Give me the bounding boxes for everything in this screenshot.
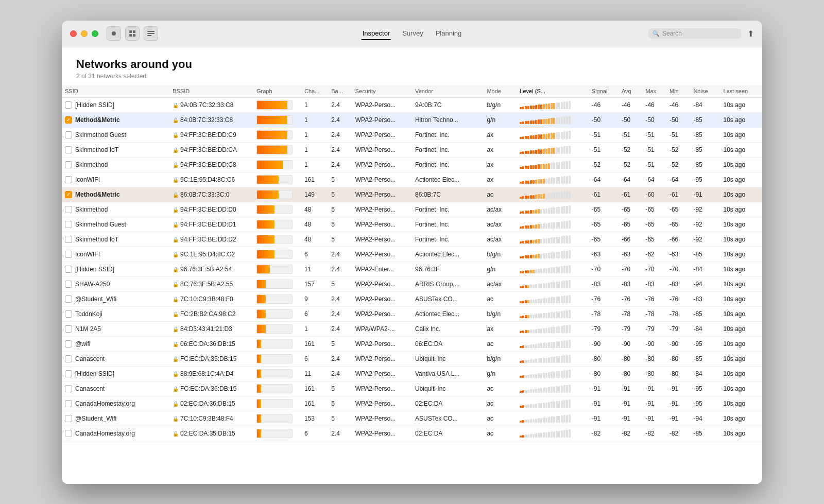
- noise-cell: -85: [690, 247, 720, 262]
- networks-table-container[interactable]: SSID BSSID Graph Cha... Ba... Security V…: [62, 85, 762, 484]
- channel-cell: 9: [301, 291, 328, 306]
- ssid-label: Skinmethod Guest: [75, 221, 126, 228]
- lock-icon: 🔒: [173, 162, 180, 168]
- minimize-button[interactable]: [81, 30, 88, 37]
- table-row[interactable]: Skinmethod IoT🔒 94:FF:3C:BE:DD:CA12.4WPA…: [62, 142, 762, 157]
- row-checkbox[interactable]: [65, 101, 72, 109]
- ssid-label: Skinmethod: [75, 206, 108, 213]
- vendor-cell: Actiontec Elec...: [412, 247, 484, 262]
- vendor-cell: ASUSTek CO...: [412, 411, 484, 426]
- row-checkbox[interactable]: [65, 236, 72, 243]
- table-row[interactable]: CanadaHomestay.org🔒 02:EC:DA:36:DB:15161…: [62, 396, 762, 411]
- row-checkbox[interactable]: [65, 116, 72, 124]
- row-checkbox[interactable]: [65, 400, 72, 407]
- col-header-bssid[interactable]: BSSID: [169, 85, 253, 98]
- ssid-label: Canascent: [75, 355, 105, 362]
- level-cell: [517, 247, 588, 262]
- scan-button[interactable]: [144, 26, 158, 41]
- close-button[interactable]: [70, 30, 77, 37]
- row-checkbox[interactable]: [65, 310, 72, 318]
- level-cell: [517, 202, 588, 217]
- table-row[interactable]: IconWIFI🔒 9C:1E:95:D4:8C:C61615WPA2-Pers…: [62, 172, 762, 187]
- row-checkbox[interactable]: [65, 296, 72, 303]
- table-row[interactable]: N1M 2A5🔒 84:D3:43:41:21:D312.4WPA/WPA2-.…: [62, 321, 762, 336]
- col-header-avg[interactable]: Avg: [619, 85, 642, 98]
- col-header-min[interactable]: Min: [666, 85, 690, 98]
- col-header-noise[interactable]: Noise: [690, 85, 720, 98]
- row-checkbox[interactable]: [65, 430, 72, 437]
- tab-survey[interactable]: Survey: [401, 27, 424, 40]
- table-row[interactable]: ToddnKoji🔒 FC:2B:B2:CA:98:C262.4WPA2-Per…: [62, 306, 762, 321]
- vendor-cell: 02:EC:DA: [412, 426, 484, 441]
- row-checkbox[interactable]: [65, 161, 72, 168]
- table-row[interactable]: IconWIFI🔒 9C:1E:95:D4:8C:C262.4WPA2-Pers…: [62, 247, 762, 262]
- tab-planning[interactable]: Planning: [435, 27, 463, 40]
- col-header-ssid[interactable]: SSID: [62, 85, 169, 98]
- row-checkbox[interactable]: [65, 176, 72, 183]
- row-checkbox[interactable]: [65, 281, 72, 288]
- col-header-channel[interactable]: Cha...: [301, 85, 328, 98]
- table-row[interactable]: Method&Metric🔒 84:0B:7C:32:33:C812.4WPA2…: [62, 112, 762, 127]
- col-header-vendor[interactable]: Vendor: [412, 85, 484, 98]
- col-header-level[interactable]: Level (S...: [517, 85, 588, 98]
- row-checkbox[interactable]: [65, 415, 72, 422]
- avg-cell: -46: [619, 97, 642, 112]
- share-button[interactable]: ⬆: [747, 29, 754, 39]
- mode-cell: ac/ax: [484, 232, 517, 247]
- last-seen-cell: 10s ago: [720, 142, 762, 157]
- min-cell: -91: [666, 411, 690, 426]
- security-cell: WPA2-Perso...: [352, 97, 412, 112]
- col-header-max[interactable]: Max: [642, 85, 666, 98]
- search-box[interactable]: 🔍 Search: [648, 28, 741, 39]
- table-row[interactable]: Skinmethod Guest🔒 94:FF:3C:BE:DD:D1485WP…: [62, 217, 762, 232]
- record-button[interactable]: [107, 26, 121, 41]
- table-row[interactable]: Skinmethod IoT🔒 94:FF:3C:BE:DD:D2485WPA2…: [62, 232, 762, 247]
- table-row[interactable]: Skinmethod Guest🔒 94:FF:3C:BE:DD:C912.4W…: [62, 127, 762, 142]
- table-row[interactable]: CanadaHomestay.org🔒 02:EC:DA:35:DB:1562.…: [62, 426, 762, 441]
- row-checkbox[interactable]: [65, 340, 72, 347]
- min-cell: -46: [666, 97, 690, 112]
- table-row[interactable]: SHAW-A250🔒 8C:76:3F:5B:A2:551575WPA2-Per…: [62, 276, 762, 291]
- maximize-button[interactable]: [92, 30, 98, 37]
- col-header-security[interactable]: Security: [352, 85, 412, 98]
- row-checkbox[interactable]: [65, 355, 72, 362]
- table-row[interactable]: @wifi🔒 06:EC:DA:36:DB:151615WPA2-Perso..…: [62, 336, 762, 351]
- col-header-band[interactable]: Ba...: [328, 85, 352, 98]
- table-row[interactable]: Canascent🔒 FC:EC:DA:36:DB:151615WPA2-Per…: [62, 381, 762, 396]
- lock-icon: 🔒: [173, 416, 180, 422]
- row-checkbox[interactable]: [65, 325, 72, 333]
- band-cell: 2.4: [328, 127, 352, 142]
- table-row[interactable]: Skinmethod🔒 94:FF:3C:BE:DD:D0485WPA2-Per…: [62, 202, 762, 217]
- table-row[interactable]: Canascent🔒 FC:EC:DA:35:DB:1562.4WPA2-Per…: [62, 351, 762, 366]
- level-cell: [517, 172, 588, 187]
- table-row[interactable]: @Student_Wifi🔒 7C:10:C9:3B:48:F092.4WPA2…: [62, 291, 762, 306]
- row-checkbox[interactable]: [65, 221, 72, 228]
- row-checkbox[interactable]: [65, 266, 72, 273]
- col-header-graph[interactable]: Graph: [253, 85, 301, 98]
- table-row[interactable]: [Hidden SSID]🔒 96:76:3F:5B:A2:54112.4WPA…: [62, 262, 762, 276]
- row-checkbox[interactable]: [65, 251, 72, 258]
- row-checkbox[interactable]: [65, 146, 72, 153]
- table-row[interactable]: Skinmethod🔒 94:FF:3C:BE:DD:C812.4WPA2-Pe…: [62, 157, 762, 172]
- channel-cell: 1: [301, 321, 328, 336]
- col-header-mode[interactable]: Mode: [484, 85, 517, 98]
- channel-cell: 149: [301, 187, 328, 202]
- max-cell: -79: [642, 321, 666, 336]
- row-checkbox[interactable]: [65, 131, 72, 138]
- ssid-label: CanadaHomestay.org: [75, 430, 135, 437]
- table-row[interactable]: Method&Metric🔒 86:0B:7C:33:3C:01495WPA2-…: [62, 187, 762, 202]
- table-row[interactable]: @Student_Wifi🔒 7C:10:C9:3B:48:F41535WPA2…: [62, 411, 762, 426]
- row-checkbox[interactable]: [65, 191, 72, 198]
- svg-rect-6: [147, 33, 154, 34]
- row-checkbox[interactable]: [65, 370, 72, 377]
- grid-button[interactable]: [125, 26, 140, 41]
- row-checkbox[interactable]: [65, 385, 72, 392]
- max-cell: -65: [642, 217, 666, 232]
- table-row[interactable]: [Hidden SSID]🔒 9A:0B:7C:32:33:C812.4WPA2…: [62, 97, 762, 112]
- search-placeholder: Search: [662, 30, 682, 37]
- row-checkbox[interactable]: [65, 206, 72, 213]
- col-header-last-seen[interactable]: Last seen: [720, 85, 762, 98]
- tab-inspector[interactable]: Inspector: [362, 27, 391, 40]
- col-header-signal[interactable]: Signal: [589, 85, 619, 98]
- table-row[interactable]: [Hidden SSID]🔒 88:9E:68:1C:4A:D4112.4WPA…: [62, 366, 762, 381]
